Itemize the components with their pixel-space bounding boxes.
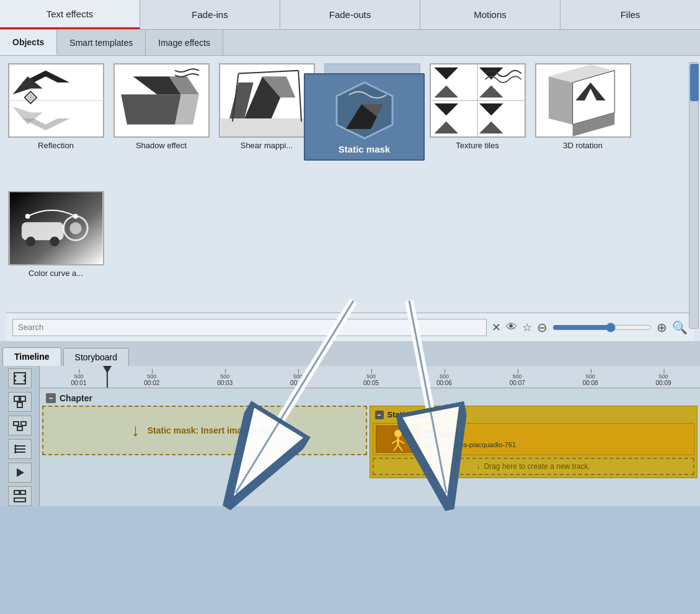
tooltip-icon bbox=[327, 79, 402, 141]
svg-rect-55 bbox=[24, 380, 25, 381]
effect-3d-rotation[interactable]: 3D rotation bbox=[533, 63, 632, 185]
timeline-tab-bar: Timeline Storyboard bbox=[0, 341, 700, 366]
svg-rect-67 bbox=[14, 491, 19, 494]
media-clip[interactable]: A↔B 00:05 pexels-andrea-piacquadio-761 bbox=[373, 423, 695, 455]
chapter-header: − Chapter bbox=[42, 391, 698, 406]
zoom-minus-button[interactable]: ⊖ bbox=[537, 320, 547, 335]
ruler-mark-6: 500 00:06 bbox=[407, 373, 481, 386]
svg-point-46 bbox=[25, 214, 30, 219]
svg-rect-51 bbox=[14, 373, 25, 384]
scroll-thumb bbox=[690, 64, 699, 101]
track-row-main: ↓ Static mask: Insert images here − Stat… bbox=[42, 406, 698, 478]
search-bar: ✕ 👁 ☆ ⊖ ⊕ 🔍 bbox=[6, 313, 694, 341]
tool-group[interactable] bbox=[8, 392, 32, 412]
tool-ungroup[interactable] bbox=[8, 416, 32, 435]
tool-filmstrip[interactable] bbox=[8, 368, 32, 388]
effect-texture-tiles[interactable]: Texture tiles bbox=[428, 63, 527, 185]
effect-thumb-shadow bbox=[113, 63, 210, 138]
tab-motions[interactable]: Motions bbox=[420, 0, 560, 29]
effect-thumb-3d-rotation bbox=[535, 63, 631, 138]
media-thumbnail bbox=[376, 425, 420, 453]
svg-rect-68 bbox=[20, 491, 25, 494]
ruler-mark-4: 500 00:04 bbox=[262, 373, 335, 386]
static-mask-track-label: Static mask bbox=[388, 410, 432, 419]
scroll-track[interactable] bbox=[689, 62, 699, 329]
svg-rect-53 bbox=[14, 380, 16, 381]
zoom-plus-button[interactable]: ⊕ bbox=[657, 320, 667, 335]
zoom-slider[interactable] bbox=[552, 323, 652, 332]
ruler-mark-1: 500 00:01 bbox=[42, 373, 115, 386]
effect-label-reflection: Reflection bbox=[38, 141, 74, 150]
insert-images-track[interactable]: ↓ Static mask: Insert images here bbox=[42, 406, 367, 455]
tool-layers[interactable] bbox=[8, 439, 32, 459]
svg-point-42 bbox=[25, 237, 35, 246]
star-icon[interactable]: ☆ bbox=[522, 321, 532, 334]
search-input[interactable] bbox=[12, 319, 487, 336]
svg-rect-54 bbox=[24, 375, 25, 377]
timeline-tracks: − Chapter ↓ Static mask: Insert images h… bbox=[40, 388, 700, 506]
tab-smart-templates[interactable]: Smart templates bbox=[57, 30, 146, 55]
static-mask-track: − Static mask bbox=[370, 406, 698, 478]
tab-storyboard[interactable]: Storyboard bbox=[63, 348, 129, 366]
svg-rect-17 bbox=[220, 118, 313, 136]
drag-arrow-icon: ↓ bbox=[477, 462, 481, 471]
drag-new-track[interactable]: ↓ Drag here to create a new track. bbox=[373, 458, 695, 475]
chapter-collapse[interactable]: − bbox=[46, 393, 56, 403]
insert-track-text: Static mask: Insert images here bbox=[148, 425, 278, 435]
insert-arrow-icon: ↓ bbox=[131, 420, 140, 440]
effect-shadow[interactable]: Shadow effect bbox=[112, 63, 211, 185]
svg-point-47 bbox=[73, 214, 78, 219]
ruler-marks: 500 00:01 500 00:02 500 00:03 500 00:04 bbox=[40, 373, 700, 386]
svg-rect-56 bbox=[14, 396, 19, 401]
svg-rect-59 bbox=[14, 422, 19, 425]
static-mask-collapse[interactable]: − bbox=[375, 411, 384, 419]
effect-reflection[interactable]: Reflection bbox=[6, 63, 105, 185]
tool-bottom-layers[interactable] bbox=[8, 486, 32, 506]
effect-thumb-shear bbox=[219, 63, 315, 138]
tab-objects[interactable]: Objects bbox=[0, 30, 57, 55]
playhead[interactable] bbox=[107, 366, 108, 388]
drag-new-track-text: Drag here to create a new track. bbox=[484, 462, 590, 471]
svg-rect-52 bbox=[14, 375, 16, 377]
tab-image-effects[interactable]: Image effects bbox=[146, 30, 223, 55]
ruler-mark-5: 500 00:05 bbox=[335, 373, 408, 386]
tab-fade-ins[interactable]: Fade-ins bbox=[140, 0, 280, 29]
timeline-content: 500 00:01 500 00:02 500 00:03 500 00:04 bbox=[0, 366, 700, 506]
tab-fade-outs[interactable]: Fade-outs bbox=[280, 0, 420, 29]
tab-timeline[interactable]: Timeline bbox=[2, 347, 61, 366]
media-info: A↔B 00:05 pexels-andrea-piacquadio-761 bbox=[424, 430, 516, 448]
tool-play[interactable] bbox=[8, 463, 32, 483]
effect-label-shear: Shear mappi... bbox=[241, 141, 293, 150]
eye-icon: 👁 bbox=[506, 321, 517, 334]
ruler-mark-7: 500 00:07 bbox=[481, 373, 554, 386]
effect-shear[interactable]: Shear mappi... bbox=[217, 63, 316, 185]
svg-rect-57 bbox=[20, 396, 25, 401]
ruler-mark-8: 500 00:08 bbox=[554, 373, 627, 386]
effect-label-shadow: Shadow effect bbox=[136, 141, 187, 150]
media-filename: pexels-andrea-piacquadio-761 bbox=[424, 441, 516, 448]
tooltip-label: Static mask bbox=[339, 144, 390, 154]
svg-rect-61 bbox=[17, 427, 22, 430]
top-tab-bar: Text effects Fade-ins Fade-outs Motions … bbox=[0, 0, 700, 30]
effect-thumb-color-curve bbox=[8, 191, 104, 265]
tab-text-effects[interactable]: Text effects bbox=[0, 0, 140, 29]
chapter-label: Chapter bbox=[60, 393, 92, 403]
effect-thumb-reflection bbox=[8, 63, 104, 138]
timeline-area: Timeline Storyboard bbox=[0, 341, 700, 506]
timeline-ruler: 500 00:01 500 00:02 500 00:03 500 00:04 bbox=[40, 366, 700, 388]
ruler-mark-3: 500 00:03 bbox=[188, 373, 262, 386]
effect-label-3d-rotation: 3D rotation bbox=[563, 141, 603, 150]
effect-color-curve[interactable]: Color curve a... bbox=[6, 191, 105, 313]
svg-point-71 bbox=[394, 430, 402, 437]
effect-label-texture-tiles: Texture tiles bbox=[456, 141, 498, 150]
svg-marker-34 bbox=[548, 76, 572, 124]
clear-icon[interactable]: ✕ bbox=[492, 321, 501, 334]
svg-marker-66 bbox=[17, 468, 24, 477]
timeline-main: 500 00:01 500 00:02 500 00:03 500 00:04 bbox=[40, 366, 700, 506]
magnify-icon: 🔍 bbox=[672, 320, 688, 335]
second-tab-bar: Objects Smart templates Image effects bbox=[0, 30, 700, 56]
timeline-tools bbox=[0, 366, 40, 506]
tab-files[interactable]: Files bbox=[560, 0, 700, 29]
svg-rect-60 bbox=[21, 422, 26, 425]
svg-rect-69 bbox=[14, 498, 25, 502]
